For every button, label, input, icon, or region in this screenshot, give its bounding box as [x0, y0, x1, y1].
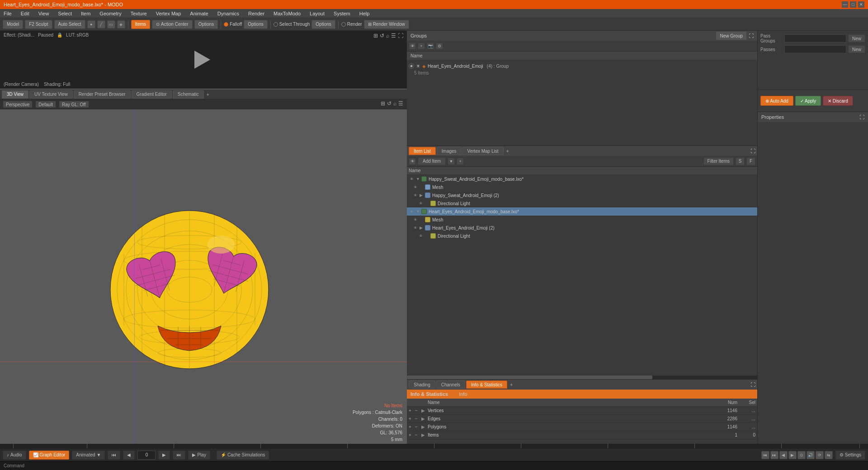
pass-groups-new-btn[interactable]: New [848, 34, 865, 42]
group-collapse-icon[interactable]: ▼ [416, 64, 420, 68]
item-row-6[interactable]: 👁 ▶ Heart_Eyes_Android_Emoji (2) [407, 224, 757, 232]
command-input[interactable] [28, 463, 864, 468]
items-tab-controls[interactable]: ⛶ [750, 148, 755, 154]
menu-geometry[interactable]: Geometry [98, 11, 123, 16]
item-arrow-2[interactable]: ▶ [420, 193, 424, 197]
items-scroll-thumb[interactable] [407, 376, 652, 379]
menu-help[interactable]: Help [358, 11, 372, 16]
minimize-btn[interactable]: — [842, 1, 848, 8]
groups-add-icon[interactable]: + [418, 42, 425, 50]
prev-frame-btn[interactable]: ◀ [123, 451, 135, 460]
preview-expand-icon[interactable]: ⛶ [398, 33, 403, 39]
pb-icon-5[interactable]: ⊙ [797, 451, 806, 459]
polygons-arrow[interactable]: ▶ [421, 424, 428, 429]
preview-zoom-icon[interactable]: ⌕ [386, 33, 389, 39]
vp-zoom-search-icon[interactable]: ⌕ [393, 100, 396, 107]
play-button[interactable] [194, 51, 212, 69]
pb-icon-7[interactable]: ⟳ [816, 451, 824, 459]
tab-vertex-map-list[interactable]: Vertex Map List [462, 147, 504, 155]
vp-settings-icon[interactable]: ☰ [398, 100, 403, 107]
animated-btn[interactable]: Animated ▼ [72, 451, 105, 460]
menu-layout[interactable]: Layout [308, 11, 326, 16]
menu-view[interactable]: View [37, 11, 51, 16]
auto-select-btn[interactable]: Auto Select [54, 20, 85, 29]
menu-select[interactable]: Select [56, 11, 74, 16]
item-eye-4[interactable]: 👁 [409, 208, 415, 215]
stats-expand-icon[interactable]: ⛶ [750, 382, 755, 387]
menu-vertex-map[interactable]: Vertex Map [154, 11, 183, 16]
timeline-ruler[interactable]: 0 10 24 36 48 60 72 84 96 108 120 [0, 444, 868, 448]
item-row-0[interactable]: 👁 ▼ Happy_Sweat_Android_Emoji_modo_base.… [407, 175, 757, 183]
menu-animate[interactable]: Animate [188, 11, 210, 16]
passes-new-btn[interactable]: New [848, 45, 865, 53]
items-add-icon[interactable]: + [457, 158, 464, 165]
default-btn[interactable]: Default [35, 101, 56, 108]
groups-settings-icon[interactable]: ⚙ [436, 42, 443, 50]
item-eye-2[interactable]: 👁 [412, 192, 419, 198]
items-plus[interactable]: + [409, 432, 415, 437]
vp-rotate-icon[interactable]: ↺ [387, 100, 392, 107]
item-arrow-6[interactable]: ▶ [420, 226, 424, 230]
edges-arrow[interactable]: ▶ [421, 416, 428, 421]
edge-mode-icon[interactable]: ╱ [97, 20, 105, 28]
item-row-1[interactable]: 👁 Mesh [407, 183, 757, 191]
pass-groups-input[interactable] [784, 34, 846, 42]
item-eye-7[interactable]: 👁 [418, 233, 424, 239]
tab-item-list[interactable]: Item List [409, 147, 436, 155]
items-eye-icon[interactable]: 👁 [409, 158, 416, 165]
viewport-icons[interactable]: ⊞ ↺ ⌕ ☰ [381, 100, 403, 107]
maximize-btn[interactable]: □ [850, 1, 856, 8]
ray-gl-btn[interactable]: Ray GL: Off [59, 101, 89, 108]
settings-btn[interactable]: ⚙ Settings [835, 451, 865, 460]
items-dropdown-icon[interactable]: ▼ [448, 158, 455, 165]
viewport-3d[interactable]: Perspective Default Ray GL: Off ⊞ ↺ ⌕ ☰ [0, 99, 407, 470]
menu-render[interactable]: Render [246, 11, 266, 16]
item-eye-3[interactable]: 👁 [418, 200, 424, 207]
tab-images[interactable]: Images [437, 147, 462, 155]
vertices-minus[interactable]: − [415, 408, 421, 413]
tab-info-statistics[interactable]: Info & Statistics [466, 381, 507, 389]
audio-btn[interactable]: ♪ Audio [3, 451, 26, 460]
pb-icon-2[interactable]: ⏭ [770, 451, 778, 459]
pb-icon-8[interactable]: ⇆ [825, 451, 833, 459]
pb-icon-3[interactable]: ◀ [779, 451, 788, 459]
items-btn[interactable]: Items [131, 20, 150, 29]
vertex-mode-icon[interactable]: ● [87, 20, 95, 28]
item-arrow-0[interactable]: ▼ [416, 177, 420, 181]
menu-dynamics[interactable]: Dynamics [216, 11, 241, 16]
select-through-radio[interactable]: Select Through [274, 22, 310, 27]
tab-channels[interactable]: Channels [436, 381, 465, 389]
item-eye-5[interactable]: 👁 [412, 216, 419, 223]
cache-simulations-btn[interactable]: ⚡ Cache Simulations [217, 451, 269, 460]
pb-icon-6[interactable]: 🔊 [807, 451, 815, 459]
item-eye-1[interactable]: 👁 [412, 184, 419, 190]
items-minus[interactable]: − [415, 432, 421, 437]
groups-eye-icon[interactable]: 👁 [409, 42, 416, 50]
item-row-4[interactable]: 👁 ▼ Heart_Eyes_Android_Emoji_modo_base.l… [407, 207, 757, 216]
render-radio[interactable]: Render [341, 22, 362, 27]
pb-icon-1[interactable]: ⏮ [761, 451, 769, 459]
sculpt-mode-btn[interactable]: F2 Sculpt [25, 20, 52, 29]
preview-layout-icon[interactable]: ⊞ [373, 33, 378, 39]
preview-settings-icon[interactable]: ☰ [391, 33, 396, 39]
vertices-arrow[interactable]: ▶ [421, 408, 428, 413]
pb-icon-4[interactable]: ▶ [788, 451, 797, 459]
window-controls[interactable]: — □ ✕ [842, 1, 864, 8]
item-arrow-4[interactable]: ▼ [416, 209, 420, 214]
preview-refresh-icon[interactable]: ↺ [380, 33, 384, 39]
edges-minus[interactable]: − [415, 416, 421, 421]
item-row-7[interactable]: 👁 Directional Light [407, 232, 757, 240]
items-scrollbar[interactable] [407, 376, 757, 379]
tab-gradient-editor[interactable]: Gradient Editor [132, 90, 172, 99]
stats-vertices-row[interactable]: + − ▶ Vertices 1146 ... [407, 407, 757, 415]
groups-camera-icon[interactable]: 📷 [427, 42, 434, 50]
stats-polygons-row[interactable]: + − ▶ Polygons 1146 ... [407, 423, 757, 431]
next-frame-btn[interactable]: ▶ [158, 451, 170, 460]
filter-s-btn[interactable]: S [736, 157, 745, 165]
current-frame-input[interactable] [137, 451, 156, 460]
model-mode-btn[interactable]: Model [3, 20, 23, 29]
stats-edges-row[interactable]: + − ▶ Edges 2286 ... [407, 415, 757, 423]
filter-f-btn[interactable]: F [746, 157, 755, 165]
perspective-btn[interactable]: Perspective [3, 101, 33, 108]
falloff-radio[interactable]: Falloff [224, 22, 242, 27]
